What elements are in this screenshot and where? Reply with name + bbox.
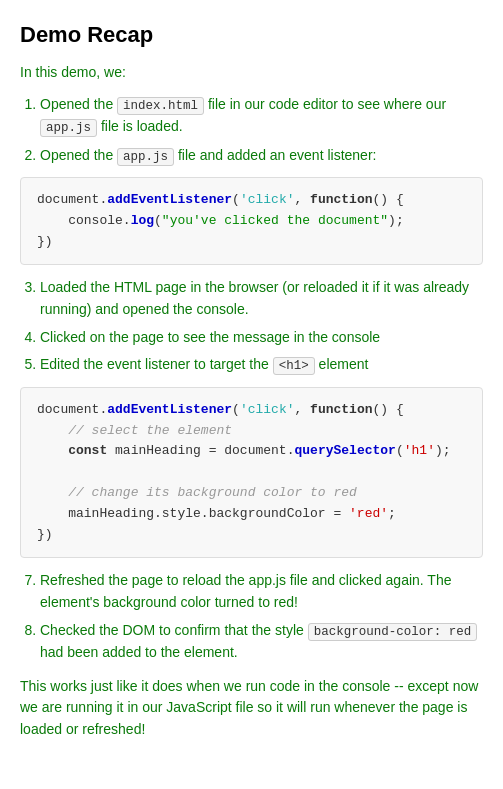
intro-text: In this demo, we: [20, 62, 483, 84]
list-item: Checked the DOM to confirm that the styl… [40, 620, 483, 664]
item-3-text: Loaded the HTML page in the browser (or … [40, 279, 469, 317]
list-item: Opened the app.js file and added an even… [40, 145, 483, 167]
item-5-text: Edited the event listener to target the … [40, 356, 368, 372]
list-item: Refreshed the page to reload the app.js … [40, 570, 483, 613]
steps-list-continued: Loaded the HTML page in the browser (or … [20, 277, 483, 376]
list-item: Loaded the HTML page in the browser (or … [40, 277, 483, 320]
item-8-text: Checked the DOM to confirm that the styl… [40, 622, 477, 660]
list-item: Clicked on the page to see the message i… [40, 327, 483, 349]
item-7-text: Refreshed the page to reload the app.js … [40, 572, 451, 610]
inline-code-h1: <h1> [273, 357, 315, 375]
item-1-text: Opened the index.html file in our code e… [40, 96, 446, 134]
inline-code-appjs-2: app.js [117, 148, 174, 166]
code-block-2: document.addEventListener('click', funct… [20, 387, 483, 559]
page-title: Demo Recap [20, 18, 483, 52]
steps-list: Opened the index.html file in our code e… [20, 94, 483, 167]
inline-code-appjs-1: app.js [40, 119, 97, 137]
item-4-text: Clicked on the page to see the message i… [40, 329, 380, 345]
bottom-paragraph: This works just like it does when we run… [20, 676, 483, 741]
code-line: document [37, 192, 99, 207]
list-item: Opened the index.html file in our code e… [40, 94, 483, 139]
inline-code-bgcolor: background-color: red [308, 623, 478, 641]
steps-list-final: Refreshed the page to reload the app.js … [20, 570, 483, 663]
item-2-text: Opened the app.js file and added an even… [40, 147, 376, 163]
inline-code-index-html: index.html [117, 97, 204, 115]
list-item: Edited the event listener to target the … [40, 354, 483, 376]
code-block-1: document.addEventListener('click', funct… [20, 177, 483, 265]
